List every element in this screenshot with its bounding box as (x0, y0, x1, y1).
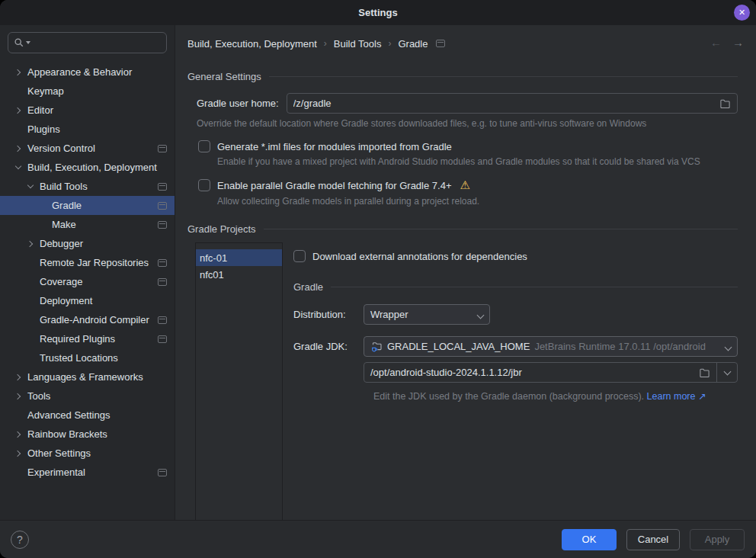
gradle-user-home-label: Gradle user home: (197, 98, 279, 109)
sidebar-item-build-tools[interactable]: Build Tools (0, 177, 175, 196)
open-in-window-icon[interactable] (158, 221, 167, 229)
chevron-right-icon[interactable] (14, 450, 21, 456)
breadcrumb-item[interactable]: Build, Execution, Deployment (187, 38, 317, 50)
titlebar: Settings ✕ (0, 0, 756, 25)
chevron-right-icon[interactable] (14, 107, 21, 113)
breadcrumb-separator: › (324, 38, 327, 49)
search-input[interactable] (30, 37, 161, 50)
search-icon (14, 37, 30, 48)
chevron-down-icon (472, 309, 483, 320)
sidebar-item-appearance-behavior[interactable]: Appearance & Behavior (0, 63, 175, 82)
section-title: General Settings (187, 71, 261, 82)
parallel-fetch-hint: Allow collecting Gradle models in parall… (187, 196, 738, 207)
section-title: Gradle Projects (187, 223, 256, 235)
learn-more-link[interactable]: Learn more (647, 391, 696, 402)
external-link-icon: ↗ (698, 391, 706, 402)
gradle-jdk-label: Gradle JDK: (293, 341, 364, 352)
gradle-user-home-field[interactable]: /z/gradle (287, 93, 738, 114)
open-in-window-icon[interactable] (158, 278, 167, 286)
breadcrumb: Build, Execution, Deployment › Build Too… (187, 36, 738, 51)
jdk-detail: JetBrains Runtime 17.0.11 /opt/android (534, 341, 719, 352)
sidebar-item-other-settings[interactable]: Other Settings (0, 444, 175, 463)
open-in-window-icon[interactable] (158, 202, 167, 210)
dialog-title: Settings (358, 7, 397, 18)
general-settings-section: General Settings (187, 71, 738, 82)
chevron-right-icon[interactable] (27, 240, 33, 246)
jdk-name: GRADLE_LOCAL_JAVA_HOME (387, 341, 530, 352)
jdk-path-dropdown-button[interactable] (716, 363, 737, 382)
breadcrumb-item[interactable]: Gradle (398, 38, 428, 50)
sidebar-item-coverage[interactable]: Coverage (0, 272, 175, 291)
warning-icon: ⚠ (460, 178, 470, 192)
list-item[interactable]: nfc01 (196, 266, 282, 283)
sidebar-item-gradle[interactable]: Gradle (0, 196, 175, 215)
jdk-note: Edit the JDK used by the Gradle daemon (… (293, 390, 738, 402)
sidebar-item-debugger[interactable]: Debugger (0, 234, 175, 253)
download-annotations-label: Download external annotations for depend… (312, 251, 527, 262)
gradle-user-home-hint: Override the default location where Grad… (187, 118, 738, 129)
breadcrumb-separator: › (388, 38, 391, 49)
open-in-window-icon[interactable] (158, 335, 167, 343)
settings-main-panel: Build, Execution, Deployment › Build Too… (175, 25, 756, 520)
folder-icon[interactable] (699, 367, 716, 378)
breadcrumb-item[interactable]: Build Tools (334, 38, 382, 50)
cancel-button[interactable]: Cancel (626, 529, 680, 550)
settings-dialog: Settings ✕ Appearance & Behavior Keymap … (0, 0, 756, 558)
section-title: Gradle (293, 281, 323, 293)
sidebar-item-version-control[interactable]: Version Control (0, 139, 175, 158)
sidebar-item-gradle-android-compiler[interactable]: Gradle-Android Compiler (0, 310, 175, 329)
chevron-right-icon[interactable] (14, 431, 21, 437)
open-in-window-icon[interactable] (158, 183, 167, 191)
open-in-window-icon[interactable] (436, 40, 445, 47)
sidebar-item-advanced-settings[interactable]: Advanced Settings (0, 406, 175, 425)
sidebar-item-trusted-locations[interactable]: Trusted Locations (0, 348, 175, 367)
chevron-right-icon[interactable] (14, 374, 21, 380)
chevron-down-icon[interactable] (27, 182, 34, 188)
sidebar-item-editor[interactable]: Editor (0, 101, 175, 120)
gradle-group-section: Gradle (293, 281, 738, 293)
gradle-jdk-dropdown[interactable]: GRADLE_LOCAL_JAVA_HOME JetBrains Runtime… (364, 336, 738, 357)
generate-iml-hint: Enable if you have a mixed project with … (187, 156, 738, 167)
sidebar-item-rainbow-brackets[interactable]: Rainbow Brackets (0, 425, 175, 444)
distribution-label: Distribution: (293, 309, 364, 320)
download-annotations-checkbox[interactable] (293, 250, 306, 262)
sidebar-item-deployment[interactable]: Deployment (0, 291, 175, 310)
sidebar-item-plugins[interactable]: Plugins (0, 120, 175, 139)
open-in-window-icon[interactable] (158, 316, 167, 324)
dialog-footer: ? OK Cancel Apply (0, 520, 756, 558)
distribution-dropdown[interactable]: Wrapper (364, 304, 490, 325)
ok-button[interactable]: OK (562, 529, 617, 550)
chevron-right-icon[interactable] (14, 393, 21, 399)
help-button[interactable]: ? (11, 531, 29, 549)
sidebar-item-remote-jar-repositories[interactable]: Remote Jar Repositories (0, 253, 175, 272)
gradle-projects-list[interactable]: nfc-01 nfc01 (195, 242, 283, 520)
sidebar-item-tools[interactable]: Tools (0, 386, 175, 406)
parallel-fetch-label: Enable parallel Gradle model fetching fo… (217, 180, 452, 191)
forward-arrow-icon[interactable]: → (732, 36, 744, 49)
chevron-right-icon[interactable] (14, 145, 21, 151)
back-arrow-icon[interactable]: ← (710, 36, 722, 49)
close-icon[interactable]: ✕ (734, 5, 750, 21)
chevron-right-icon[interactable] (14, 69, 21, 75)
sidebar-item-build-execution-deployment[interactable]: Build, Execution, Deployment (0, 158, 175, 177)
sidebar-item-make[interactable]: Make (0, 215, 175, 234)
settings-sidebar: Appearance & Behavior Keymap Editor Plug… (0, 25, 175, 520)
settings-search[interactable] (8, 32, 167, 53)
list-item[interactable]: nfc-01 (196, 249, 282, 266)
sidebar-item-languages-frameworks[interactable]: Languages & Frameworks (0, 367, 175, 386)
jdk-folder-icon (370, 341, 383, 353)
folder-icon[interactable] (719, 98, 731, 109)
open-in-window-icon[interactable] (158, 145, 167, 152)
sidebar-item-required-plugins[interactable]: Required Plugins (0, 329, 175, 348)
generate-iml-checkbox[interactable] (198, 140, 210, 152)
settings-tree: Appearance & Behavior Keymap Editor Plug… (0, 63, 175, 482)
sidebar-item-experimental[interactable]: Experimental (0, 463, 175, 482)
sidebar-item-keymap[interactable]: Keymap (0, 82, 175, 101)
chevron-down-icon[interactable] (15, 163, 21, 169)
apply-button[interactable]: Apply (690, 529, 745, 550)
parallel-fetch-checkbox[interactable] (198, 179, 210, 191)
open-in-window-icon[interactable] (158, 469, 167, 476)
gradle-projects-section: Gradle Projects (187, 223, 738, 235)
jdk-path-field[interactable]: /opt/android-studio-2024.1.1.12/jbr (364, 362, 738, 383)
open-in-window-icon[interactable] (158, 259, 167, 267)
